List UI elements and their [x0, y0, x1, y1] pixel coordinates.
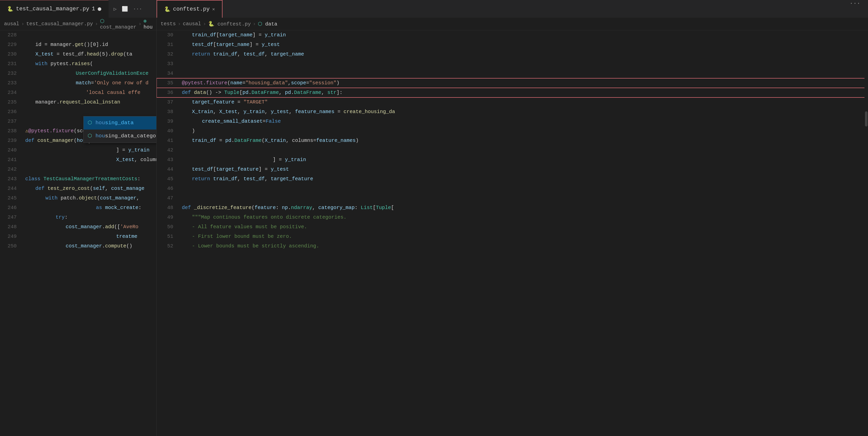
table-row: 245 with patch.object(cost_manager, [0, 193, 156, 203]
breadcrumb-causal: causal [183, 21, 201, 27]
more-tabs-icon[interactable]: ··· [842, 0, 868, 18]
right-editor-pane[interactable]: 30 train_df[target_name] = y_train 31 te… [157, 30, 868, 436]
left-breadcrumb: ausal › test_causal_manager.py › ⬡ cost_… [0, 18, 157, 30]
split-editor-icon[interactable]: ⬜ [122, 6, 128, 12]
editor-top-area: 🐍 test_causal_manager.py 1 ▷ ⬜ ··· 🐍 con… [0, 0, 868, 30]
autocomplete-item-housing-data-categorical[interactable]: ⬡ housing_data_categorical [84, 129, 156, 143]
table-row: 229 id = manager.get()[0].id [0, 40, 156, 50]
right-tab-label: conftest.py [173, 6, 210, 12]
table-row: 243 class TestCausalManagerTreatmentCost… [0, 174, 156, 184]
autocomplete-dropdown: ⬡ housing_data ⬡ housing_data_categorica… [83, 116, 156, 143]
table-row: 43 ] = y_train [157, 155, 868, 165]
table-row: 244 def test_zero_cost(self, cost_manage [0, 184, 156, 193]
table-row: 250 cost_manager.compute() [0, 241, 156, 251]
table-row: 248 cost_manager.add(['AveRo [0, 222, 156, 232]
tab-bar: 🐍 test_causal_manager.py 1 ▷ ⬜ ··· 🐍 con… [0, 0, 868, 18]
run-icon[interactable]: ▷ [114, 6, 117, 12]
breadcrumb-data[interactable]: ⬡ data [258, 21, 277, 27]
table-row: 247 try: [0, 213, 156, 222]
table-row: 47 [157, 193, 868, 203]
table-row: 50 - All feature values must be positive… [157, 222, 868, 232]
table-row: 42 [157, 146, 868, 155]
table-row: 235 manager.request_local_instan [0, 97, 156, 107]
more-actions-icon[interactable]: ··· [133, 6, 142, 12]
table-row: 34 [157, 69, 868, 78]
right-scrollbar[interactable] [865, 30, 868, 436]
left-tab-number: 1 [92, 6, 95, 12]
editor-area: 228 229 id = manager.get()[0].id 230 X_t… [0, 30, 868, 436]
tab-spacer [222, 0, 842, 18]
table-row: 30 train_df[target_name] = y_train [157, 30, 868, 40]
left-tab-label: test_causal_manager.py [16, 6, 89, 12]
breadcrumb-hou[interactable]: ⊕ hou [144, 18, 153, 30]
breadcrumb-conftest[interactable]: 🐍 conftest.py [208, 21, 251, 27]
left-tab-section: 🐍 test_causal_manager.py 1 ▷ ⬜ ··· [0, 0, 157, 18]
right-breadcrumb: tests › causal › 🐍 conftest.py › ⬡ data [157, 18, 868, 30]
table-row: 32 return train_df, test_df, target_name [157, 50, 868, 59]
table-row: 234 'local causal effe [0, 88, 156, 97]
close-tab-icon[interactable]: ✕ [212, 6, 215, 12]
tab-conftest[interactable]: 🐍 conftest.py ✕ [157, 0, 222, 18]
table-row: 242 [0, 165, 156, 174]
breadcrumb-costmanager[interactable]: ⬡ cost_manager [100, 18, 136, 30]
table-row: 231 with pytest.raises( [0, 59, 156, 69]
table-row: 241 X_test, columns=feature_names) [0, 155, 156, 165]
breadcrumb-row: ausal › test_causal_manager.py › ⬡ cost_… [0, 18, 868, 30]
fixture-icon-2: ⬡ [88, 131, 92, 141]
left-tab-actions: ▷ ⬜ ··· [108, 0, 147, 18]
table-row: 41 train_df = pd.DataFrame(X_train, colu… [157, 136, 868, 146]
right-tab-section: 🐍 conftest.py ✕ ··· [157, 0, 868, 18]
python-icon-left: 🐍 [7, 6, 13, 12]
table-row: 45 return train_df, test_df, target_feat… [157, 174, 868, 184]
autocomplete-text-1: housing_data [95, 118, 133, 128]
breadcrumb-ausal: ausal [4, 21, 19, 27]
table-row: 240 ] = y_train [0, 146, 156, 155]
autocomplete-text-2: housing_data_categorical [95, 131, 156, 141]
table-row: 230 X_test = test_df.head(5).drop(ta [0, 50, 156, 59]
table-row: 49 """Map continous features onto discre… [157, 213, 868, 222]
table-row: 44 test_df[target_feature] = y_test [157, 165, 868, 174]
right-code-area: 30 train_df[target_name] = y_train 31 te… [157, 30, 868, 436]
autocomplete-item-housing-data[interactable]: ⬡ housing_data [84, 116, 156, 129]
tab-test-causal-manager[interactable]: 🐍 test_causal_manager.py 1 [0, 0, 108, 18]
table-row: 236 [0, 107, 156, 117]
table-row: 36 def data() -> Tuple[pd.DataFrame, pd.… [157, 88, 868, 97]
table-row: 31 test_df[target_name] = y_test [157, 40, 868, 50]
python-icon-right: 🐍 [164, 6, 170, 12]
table-row: 39 create_small_dataset=False [157, 117, 868, 126]
breadcrumb-testfile[interactable]: test_causal_manager.py [26, 21, 93, 27]
left-code-area: 228 229 id = manager.get()[0].id 230 X_t… [0, 30, 156, 436]
table-row: 46 [157, 184, 868, 193]
unsaved-indicator [98, 7, 101, 11]
breadcrumb-tests: tests [161, 21, 176, 27]
table-row: 48 def _discretize_feature(feature: np.n… [157, 203, 868, 213]
table-row: 249 treatme [0, 232, 156, 241]
table-row: 40 ) [157, 126, 868, 136]
fixture-icon-1: ⬡ [88, 118, 92, 128]
table-row: 35 @pytest.fixture(name="housing_data",s… [157, 78, 868, 88]
table-row: 228 [0, 30, 156, 40]
table-row: 52 - Lower bounds must be strictly ascen… [157, 241, 868, 251]
left-editor-pane[interactable]: 228 229 id = manager.get()[0].id 230 X_t… [0, 30, 157, 436]
table-row: 232 UserConfigValidationExce [0, 69, 156, 78]
table-row: 33 [157, 59, 868, 69]
table-row: 51 - First lower bound must be zero. [157, 232, 868, 241]
table-row: 37 target_feature = "TARGET" [157, 97, 868, 107]
right-scrollbar-thumb[interactable] [865, 111, 868, 126]
table-row: 233 match='Only one row of d [0, 78, 156, 88]
table-row: 38 X_train, X_test, y_train, y_test, fea… [157, 107, 868, 117]
table-row: 246 as mock_create: [0, 203, 156, 213]
